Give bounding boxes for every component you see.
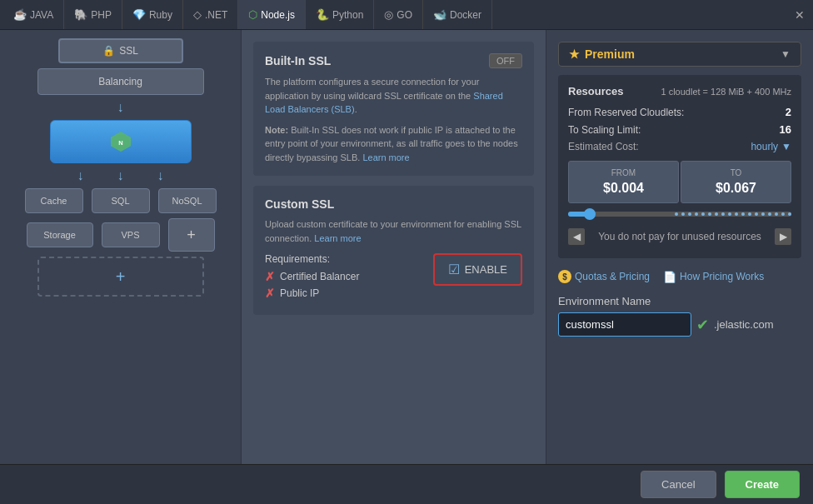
tab-bar: ☕ JAVA 🐘 PHP 💎 Ruby ◇ .NET ⬡ Node.js 🐍 P…: [0, 0, 813, 30]
sql-button[interactable]: SQL: [92, 188, 150, 213]
bottom-nodes-row: Cache SQL NoSQL: [25, 188, 217, 213]
dot: [781, 212, 785, 216]
nosql-button[interactable]: NoSQL: [158, 188, 217, 213]
to-price-label: TO: [688, 168, 784, 177]
dot: [761, 212, 765, 216]
links-row: $ Quotas & Pricing 📄 How Pricing Works: [558, 267, 801, 287]
premium-header: ★ Premium ▼: [558, 42, 801, 67]
prev-arrow-button[interactable]: ◀: [568, 228, 585, 245]
ssl-toggle-button[interactable]: OFF: [489, 53, 522, 68]
env-name-section: Environment Name ✔ .jelastic.com: [558, 295, 801, 337]
from-price-value: $0.004: [576, 181, 671, 196]
env-name-input[interactable]: [558, 312, 691, 337]
dot: [735, 212, 738, 216]
nodejs-node-button[interactable]: N: [50, 120, 192, 163]
nodejs-logo-icon: N: [108, 129, 133, 154]
learn-more-link[interactable]: Learn more: [362, 152, 409, 162]
slider-dots: [596, 212, 791, 216]
tab-docker[interactable]: 🐋 Docker: [423, 0, 492, 29]
add-node-button[interactable]: +: [168, 218, 215, 252]
resources-title-row: Resources 1 cloudlet = 128 MiB + 400 MHz: [568, 85, 791, 97]
bottom-row2: Storage VPS +: [27, 218, 215, 252]
from-price-label: FROM: [576, 168, 671, 177]
dot: [741, 212, 745, 216]
bottom-bar: Cancel Create: [0, 464, 813, 504]
dot: [708, 212, 711, 216]
main-window: ☕ JAVA 🐘 PHP 💎 Ruby ◇ .NET ⬡ Node.js 🐍 P…: [0, 0, 813, 504]
doc-icon: 📄: [663, 271, 676, 283]
estimated-cost-label: Estimated Cost:: [568, 141, 639, 152]
dot: [701, 212, 705, 216]
premium-dropdown[interactable]: ▼: [781, 48, 791, 60]
reserved-cloudlets-value: 2: [786, 106, 791, 118]
dot: [715, 212, 718, 216]
dot: [768, 212, 771, 216]
dot: [721, 212, 725, 216]
requirements-list: Requirements: ✗ Certified Balancer ✗ Pub…: [265, 253, 359, 303]
cache-button[interactable]: Cache: [25, 188, 83, 213]
star-icon: ★: [569, 47, 580, 61]
estimated-cost-row: Estimated Cost: hourly ▼: [568, 141, 791, 152]
ssl-description-text: The platform configures a secure connect…: [265, 75, 522, 117]
python-icon: 🐍: [316, 8, 329, 21]
balancing-button[interactable]: Balancing: [37, 68, 204, 95]
down-arrow-icon: ↓: [117, 100, 124, 115]
dot: [748, 212, 751, 216]
to-price-box: TO $0.067: [681, 161, 791, 203]
req-x-icon-1: ✗: [265, 270, 275, 283]
custom-ssl-section: Custom SSL Upload custom certificate to …: [253, 186, 534, 315]
content-area: 🔒 SSL Balancing ↓ N ↓ ↓ ↓ Cache: [0, 30, 813, 464]
slider-area[interactable]: [568, 212, 791, 217]
env-name-label: Environment Name: [558, 295, 801, 307]
cancel-button[interactable]: Cancel: [641, 471, 716, 498]
unused-resources-text: You do not pay for unused resources: [585, 231, 775, 242]
tab-ruby[interactable]: 💎 Ruby: [122, 0, 183, 29]
arrows-row: ↓ ↓ ↓: [77, 168, 164, 183]
add-section-button[interactable]: +: [37, 257, 204, 297]
arrow-right-icon: ↓: [157, 168, 164, 183]
dotnet-icon: ◇: [193, 8, 202, 21]
tab-php[interactable]: 🐘 PHP: [64, 0, 122, 29]
slider-thumb[interactable]: [584, 208, 596, 220]
tab-nodejs[interactable]: ⬡ Node.js: [238, 0, 306, 29]
builtin-ssl-title: Built-In SSL: [265, 54, 331, 67]
create-button[interactable]: Create: [725, 471, 800, 498]
custom-learn-more-link[interactable]: Learn more: [314, 233, 361, 243]
ruby-icon: 💎: [132, 8, 146, 21]
nav-arrows-row: ◀ You do not pay for unused resources ▶: [568, 225, 791, 248]
dot: [775, 212, 778, 216]
middle-panel: Built-In SSL OFF The platform configures…: [242, 30, 546, 464]
dot: [728, 212, 731, 216]
storage-button[interactable]: Storage: [27, 222, 93, 247]
dot: [675, 212, 678, 216]
vps-button[interactable]: VPS: [102, 222, 160, 247]
resources-title: Resources: [568, 85, 623, 97]
requirements-row: Requirements: ✗ Certified Balancer ✗ Pub…: [265, 253, 522, 303]
custom-ssl-title: Custom SSL: [265, 197, 522, 211]
close-button[interactable]: ✕: [793, 8, 806, 22]
req-certified-balancer: ✗ Certified Balancer: [265, 270, 359, 283]
how-pricing-link[interactable]: 📄 How Pricing Works: [663, 271, 764, 283]
to-scaling-label: To Scaling Limit:: [568, 124, 641, 136]
enable-check-icon: ☑: [448, 262, 460, 277]
dot: [695, 212, 698, 216]
ssl-button[interactable]: 🔒 SSL: [58, 38, 183, 63]
left-panel: 🔒 SSL Balancing ↓ N ↓ ↓ ↓ Cache: [0, 30, 242, 464]
svg-text:N: N: [118, 139, 122, 147]
tab-go[interactable]: ◎ GO: [374, 0, 423, 29]
reserved-cloudlets-row: From Reserved Cloudlets: 2: [568, 106, 791, 118]
tab-python[interactable]: 🐍 Python: [306, 0, 374, 29]
next-arrow-button[interactable]: ▶: [775, 228, 791, 245]
quotas-pricing-link[interactable]: $ Quotas & Pricing: [558, 270, 650, 283]
hourly-select[interactable]: hourly ▼: [751, 141, 791, 152]
requirements-title: Requirements:: [265, 253, 359, 265]
price-boxes: FROM $0.004 TO $0.067: [568, 161, 791, 203]
dot: [788, 212, 791, 216]
dot: [755, 212, 758, 216]
env-valid-icon: ✔: [696, 316, 709, 334]
tab-java[interactable]: ☕ JAVA: [3, 0, 64, 29]
nodejs-icon: ⬡: [248, 8, 257, 21]
lock-icon: 🔒: [102, 45, 115, 57]
enable-button[interactable]: ☑ ENABLE: [433, 253, 522, 286]
tab-dotnet[interactable]: ◇ .NET: [183, 0, 238, 29]
